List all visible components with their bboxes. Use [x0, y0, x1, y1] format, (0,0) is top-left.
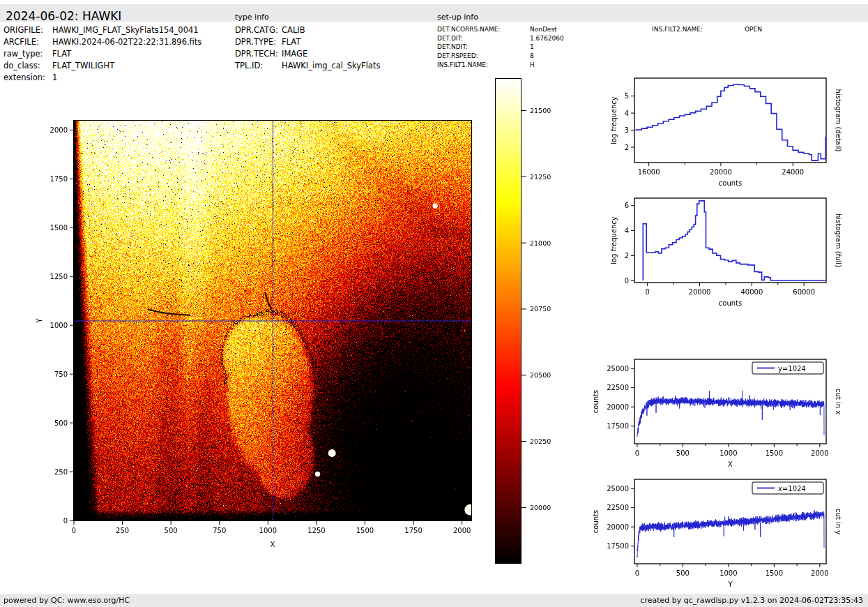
meta-label: DET.DIT:	[437, 35, 530, 42]
x-tick-label: 1000	[259, 527, 277, 534]
meta-value: FLAT_TWILIGHT	[52, 61, 114, 70]
meta-label: DET.NDIT:	[437, 43, 530, 50]
y-tick-label: 6	[625, 202, 629, 209]
colorbar-tick-label: 20750	[530, 305, 551, 313]
legend-label: y=1024	[778, 365, 806, 373]
x-tick-label: 500	[165, 527, 178, 534]
meta-label: INS.FILT2.NAME:	[652, 26, 745, 33]
chart-cut-in-y: 050010001500200017500200002250025000Ycou…	[579, 467, 868, 601]
y-tick-label: 25000	[607, 365, 629, 373]
y-tick-label: 750	[54, 370, 68, 378]
meta-label: do_class:	[3, 61, 52, 70]
x-tick-label: 1500	[766, 449, 783, 457]
x-tick-label: 0	[646, 288, 650, 296]
x-tick-label: 500	[676, 449, 690, 457]
x-tick-label: 1500	[356, 527, 374, 534]
meta-value: HAWKI.2024-06-02T22:22:31.896.fits	[52, 37, 201, 47]
y-tick-label: 5	[625, 92, 629, 100]
meta-row-tplid: TPL.ID:HAWKI_img_cal_SkyFlats	[235, 61, 380, 70]
x-tick-label: 750	[213, 527, 226, 534]
y-tick-label: 2	[625, 144, 629, 151]
y-tick-label: 1250	[50, 273, 68, 280]
meta-label: DPR.TECH:	[235, 49, 282, 59]
meta-row-dprtech: DPR.TECH:IMAGE	[235, 49, 307, 59]
y-tick-label: 1500	[50, 224, 68, 232]
y-tick-label: 0	[625, 277, 629, 285]
footer-right-text: created by qc_rawdisp.py v1.2.3 on 2024-…	[640, 596, 863, 605]
chart-ylabel: log frequency	[610, 96, 618, 144]
chart-xlabel: Y	[727, 580, 733, 588]
setup-row-ncorrs: DET.NCORRS.NAME:NonDest	[437, 26, 557, 33]
chart-side-title: cut in y	[835, 509, 842, 534]
meta-label: extension:	[3, 73, 52, 82]
page-title: 2024-06-02: HAWKI	[6, 9, 121, 23]
meta-value: 8	[530, 52, 534, 59]
chart-ylabel: log frequency	[610, 216, 618, 264]
x-tick-label: 20000	[710, 168, 732, 176]
x-tick-label: 0	[635, 449, 639, 457]
chart-xlabel: counts	[719, 299, 742, 307]
y-tick-label: 17500	[607, 422, 629, 430]
x-tick-label: 40000	[740, 288, 763, 296]
meta-value: HAWKI_IMG_FLAT_SkyFlats154_0041	[52, 25, 199, 35]
setup-info-heading: set-up info	[437, 13, 478, 22]
x-tick-label: 20000	[689, 288, 711, 296]
y-tick-label: 4	[625, 227, 629, 234]
image-xlabel: X	[271, 541, 275, 548]
meta-label: ARCFILE:	[3, 37, 52, 47]
setup-row-rspeed: DET.RSPEED:8	[437, 52, 534, 59]
header-bar: 2024-06-02: HAWKI type info set-up info	[0, 4, 868, 22]
setup-row-ndit: DET.NDIT:1	[437, 43, 534, 50]
meta-label: DPR.CATG:	[235, 25, 282, 35]
chart-histogram-detail-: 1600020000240002345countslog frequencyhi…	[579, 66, 868, 200]
setup-row-filt1: INS.FILT1.NAME:H	[437, 61, 535, 68]
colorbar-tick-label: 21000	[530, 239, 551, 247]
data-line	[635, 84, 825, 160]
legend-label: x=1024	[778, 485, 806, 493]
x-tick-label: 0	[72, 527, 76, 534]
meta-row-doclass: do_class:FLAT_TWILIGHT	[3, 61, 114, 70]
x-tick-label: 1750	[404, 527, 422, 534]
meta-value: CALIB	[282, 25, 305, 35]
footer-left-text: powered by QC: www.eso.org/HC	[3, 596, 130, 605]
y-tick-label: 25000	[607, 485, 629, 493]
chart-histogram-full-: 02000040000600000246countslog frequencyh…	[579, 186, 868, 320]
meta-value: 1.6762060	[530, 35, 564, 42]
x-tick-label: 2000	[453, 527, 471, 534]
y-tick-label: 17500	[607, 542, 629, 550]
meta-row-dprtype: DPR.TYPE:FLAT	[235, 37, 300, 47]
y-tick-label: 250	[54, 468, 68, 476]
x-tick-label: 1250	[307, 527, 325, 534]
x-tick-label: 1000	[719, 449, 737, 457]
colorbar-tick-label: 20250	[530, 437, 551, 445]
colorbar-tick-label: 20500	[530, 371, 551, 379]
y-tick-label: 3	[625, 126, 629, 134]
y-tick-label: 500	[54, 419, 68, 427]
chart-ylabel: counts	[592, 510, 600, 533]
meta-value: NonDest	[530, 26, 557, 33]
colorbar-tick-label: 20000	[530, 504, 551, 511]
plot-frame	[634, 198, 826, 283]
x-tick-label: 1000	[719, 569, 737, 577]
colorbar-tick-label: 21250	[530, 173, 551, 181]
meta-label: DPR.TYPE:	[235, 37, 282, 47]
meta-label: ORIGFILE:	[3, 25, 52, 35]
x-tick-label: 500	[676, 569, 690, 577]
fits-image	[73, 120, 472, 521]
colorbar-tick-label: 21500	[530, 107, 551, 114]
meta-value: OPEN	[745, 26, 762, 33]
data-line	[637, 511, 824, 557]
meta-label: TPL.ID:	[235, 61, 282, 70]
chart-side-title: cut in x	[835, 389, 842, 414]
setup-row-filt2: INS.FILT2.NAME:OPEN	[652, 26, 762, 33]
x-tick-label: 24000	[782, 168, 804, 176]
x-tick-label: 16000	[638, 168, 660, 176]
image-ylabel: Y	[36, 318, 43, 324]
y-tick-label: 1000	[50, 322, 68, 329]
meta-row-extension: extension:1	[3, 73, 57, 82]
qc-report-page: 2024-06-02: HAWKI type info set-up info …	[0, 0, 868, 607]
y-tick-label: 2	[625, 252, 629, 260]
meta-row-arcfile: ARCFILE:HAWKI.2024-06-02T22:22:31.896.fi…	[3, 37, 201, 47]
meta-label: INS.FILT1.NAME:	[437, 61, 530, 68]
colorbar	[495, 78, 521, 564]
